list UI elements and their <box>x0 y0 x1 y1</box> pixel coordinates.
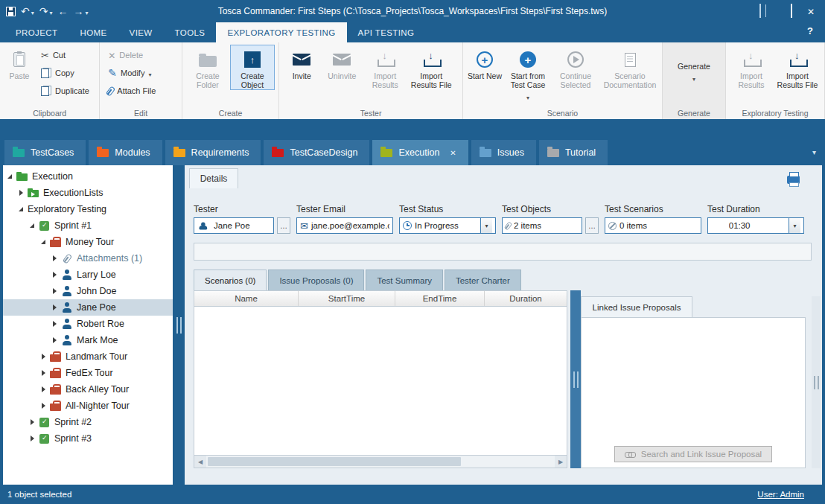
close-button[interactable] <box>807 4 815 18</box>
tree-item-larry-loe[interactable]: Larry Loe <box>3 267 173 283</box>
expander-icon[interactable] <box>39 385 48 394</box>
scroll-right-arrow-icon[interactable]: ▶ <box>555 456 567 468</box>
workspace-tab-modules[interactable]: Modules <box>89 140 162 165</box>
right-panel-splitter[interactable] <box>812 296 821 468</box>
tree-item-executionlists[interactable]: ExecutionLists <box>3 185 173 201</box>
maximize-button[interactable] <box>791 4 792 18</box>
expander-icon[interactable] <box>6 172 15 181</box>
subtab-test-summary[interactable]: Test Summary <box>366 269 443 290</box>
tree-details-splitter[interactable] <box>173 165 185 485</box>
scroll-left-arrow-icon[interactable]: ◀ <box>194 456 206 468</box>
redo-button[interactable] <box>39 5 53 17</box>
linked-issue-proposals-tab[interactable]: Linked Issue Proposals <box>581 296 692 317</box>
horizontal-scrollbar[interactable]: ◀ ▶ <box>194 456 567 468</box>
expander-icon[interactable] <box>17 188 26 197</box>
uninvite-button[interactable]: Uninvite <box>321 45 363 90</box>
tree-item-back-alley-tour[interactable]: Back Alley Tour <box>3 381 173 398</box>
expander-icon[interactable] <box>51 319 60 328</box>
attach-file-button[interactable]: Attach File <box>103 83 161 99</box>
expander-icon[interactable] <box>39 237 48 246</box>
scrollbar-thumb[interactable] <box>208 457 461 466</box>
save-button[interactable] <box>6 7 16 16</box>
tree-item-landmark-tour[interactable]: Landmark Tour <box>3 348 173 365</box>
workspace-tab-testcasedesign[interactable]: TestCaseDesign <box>264 140 369 165</box>
test-status-dropdown-button[interactable] <box>480 218 492 233</box>
layout-button[interactable] <box>759 4 761 18</box>
print-icon[interactable] <box>787 176 800 184</box>
notes-input[interactable] <box>194 243 812 261</box>
tree-item-exploratory-testing[interactable]: Exploratory Testing <box>3 201 173 217</box>
tab-view[interactable]: VIEW <box>118 22 164 42</box>
expander-icon[interactable] <box>28 418 37 427</box>
expander-icon[interactable] <box>39 352 48 361</box>
workspace-tab-testcases[interactable]: TestCases <box>4 140 86 165</box>
navigate-back-button[interactable] <box>58 5 69 17</box>
tree-item-attachments[interactable]: Attachments (1) <box>3 250 173 267</box>
duplicate-button[interactable]: Duplicate <box>36 83 95 99</box>
expander-icon[interactable] <box>51 336 60 345</box>
test-objects-field[interactable]: 2 items <box>502 217 582 234</box>
tab-exploratory-testing[interactable]: EXPLORATORY TESTING <box>216 22 346 42</box>
tab-api-testing[interactable]: API TESTING <box>347 22 426 42</box>
expander-icon[interactable] <box>51 270 60 279</box>
test-objects-browse-button[interactable]: … <box>585 217 599 234</box>
tree-item-john-doe[interactable]: John Doe <box>3 283 173 299</box>
tester-email-field[interactable]: jane.poe@example.c <box>296 217 393 234</box>
scenarios-table-body[interactable] <box>194 307 567 456</box>
close-tab-icon[interactable] <box>445 147 456 158</box>
workspace-tab-execution[interactable]: Execution <box>372 140 468 165</box>
navigate-forward-button[interactable] <box>74 5 89 17</box>
column-header-starttime[interactable]: StartTime <box>299 291 395 306</box>
create-folder-button[interactable]: Create Folder <box>185 45 230 90</box>
exploratory-import-results-button[interactable]: Import Results <box>729 45 774 90</box>
tree-item-mark-moe[interactable]: Mark Moe <box>3 332 173 348</box>
tab-home[interactable]: HOME <box>69 22 118 42</box>
modify-dropdown-icon[interactable] <box>148 66 151 80</box>
tester-import-results-file-button[interactable]: Import Results File <box>407 45 455 90</box>
tree-item-sprint-1[interactable]: Sprint #1 <box>3 217 173 234</box>
start-new-button[interactable]: Start New <box>466 45 503 103</box>
expander-icon[interactable] <box>51 254 60 263</box>
tree-item-all-nighter-tour[interactable]: All-Nighter Tour <box>3 398 173 414</box>
exploratory-import-results-file-button[interactable]: Import Results File <box>774 45 821 90</box>
expander-icon[interactable] <box>51 287 60 296</box>
generate-dropdown-icon[interactable] <box>692 71 695 84</box>
create-object-button[interactable]: Create Object <box>230 45 275 90</box>
tree-item-sprint-2[interactable]: Sprint #2 <box>3 414 173 430</box>
column-header-endtime[interactable]: EndTime <box>395 291 485 306</box>
subtab-scenarios[interactable]: Scenarios (0) <box>194 269 267 290</box>
expander-icon[interactable] <box>39 401 48 410</box>
tree-item-jane-poe[interactable]: Jane Poe <box>3 299 173 316</box>
cut-button[interactable]: Cut <box>36 47 95 63</box>
tab-overflow-dropdown-icon[interactable] <box>812 148 816 156</box>
redo-dropdown-icon[interactable] <box>49 5 52 17</box>
tester-browse-button[interactable]: … <box>277 217 290 234</box>
generate-button[interactable]: Generate <box>666 45 722 85</box>
tab-tools[interactable]: TOOLS <box>164 22 217 42</box>
tab-project[interactable]: PROJECT <box>4 22 69 42</box>
workspace-tab-requirements[interactable]: Requirements <box>165 140 261 165</box>
paste-button[interactable]: Paste <box>3 45 36 99</box>
tester-import-results-button[interactable]: Import Results <box>363 45 407 90</box>
invite-button[interactable]: Invite <box>282 45 321 90</box>
start-from-test-case-button[interactable]: Start from Test Case <box>503 45 552 103</box>
modify-button[interactable]: Modify <box>103 65 161 81</box>
search-and-link-issue-proposal-button[interactable]: Search and Link Issue Proposal <box>614 446 772 462</box>
tree-item-execution[interactable]: Execution <box>3 168 173 185</box>
workspace-tab-issues[interactable]: Issues <box>471 140 536 165</box>
user-admin-link[interactable]: User: Admin <box>757 490 804 499</box>
expander-icon[interactable] <box>17 205 26 214</box>
scenario-documentation-button[interactable]: Scenario Documentation <box>599 45 661 103</box>
continue-selected-button[interactable]: Continue Selected <box>552 45 599 103</box>
undo-button[interactable] <box>21 5 34 17</box>
start-from-dropdown-icon[interactable] <box>526 89 529 103</box>
tree-item-robert-roe[interactable]: Robert Roe <box>3 316 173 332</box>
column-header-name[interactable]: Name <box>194 291 299 306</box>
navigate-dropdown-icon[interactable] <box>86 5 89 17</box>
copy-button[interactable]: Copy <box>36 65 95 81</box>
subtab-issue-proposals[interactable]: Issue Proposals (0) <box>268 269 364 290</box>
undo-dropdown-icon[interactable] <box>31 5 34 17</box>
test-duration-field[interactable]: 01:30 <box>707 217 804 234</box>
test-duration-dropdown-button[interactable] <box>789 218 800 233</box>
test-status-field[interactable]: In Progress <box>399 217 496 234</box>
